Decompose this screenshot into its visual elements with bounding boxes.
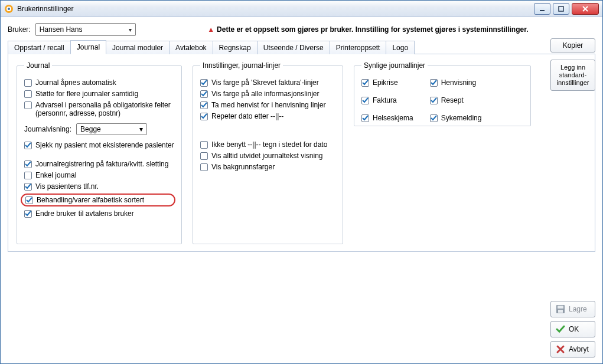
save-icon xyxy=(556,304,565,314)
check-henvisning[interactable]: Henvisning xyxy=(430,78,482,87)
tab-oppstart[interactable]: Oppstart / recall xyxy=(8,41,71,54)
chevron-down-icon: ▾ xyxy=(129,27,132,33)
journalvisning-select[interactable]: Begge ▾ xyxy=(76,123,147,135)
check-multi[interactable]: Støtte for flere journaler samtidig xyxy=(24,90,174,98)
check-helseskjema[interactable]: Helseskjema xyxy=(361,114,413,122)
tab-journal-moduler[interactable]: Journal moduler xyxy=(106,41,170,54)
warning-text: ▲Dette er et oppsett som gjøres pr bruke… xyxy=(141,25,595,34)
avbryt-button[interactable]: Avbryt xyxy=(550,341,595,358)
checkbox-icon xyxy=(200,163,208,171)
checkbox-icon xyxy=(200,101,208,109)
journalvisning-label: Journalvisning: xyxy=(24,125,71,133)
svg-rect-4 xyxy=(559,6,563,11)
group-journal: Journal Journal åpnes automatisk Støtte … xyxy=(17,61,182,244)
checkbox-icon xyxy=(361,79,369,87)
tab-logo[interactable]: Logo xyxy=(386,41,415,54)
tab-panel: Journal Journal åpnes automatisk Støtte … xyxy=(8,54,595,252)
kopier-button[interactable]: Kopier xyxy=(550,38,595,53)
user-select-value: Hansen Hans xyxy=(40,25,83,34)
svg-rect-7 xyxy=(558,310,563,313)
check-ikke-benytt[interactable]: Ikke benytt --||-- tegn i stedet for dat… xyxy=(200,140,335,149)
check-auto-open[interactable]: Journal åpnes automatisk xyxy=(24,78,174,87)
checkbox-icon xyxy=(24,90,32,98)
user-select[interactable]: Hansen Hans ▾ xyxy=(35,23,136,36)
checkbox-icon xyxy=(200,79,208,87)
footer-buttons: Lagre OK Avbryt xyxy=(550,301,595,358)
checkbox-icon xyxy=(25,196,33,204)
group-journal-legend: Journal xyxy=(24,61,52,70)
checkbox-icon xyxy=(24,101,32,109)
close-button[interactable] xyxy=(572,3,599,15)
check-henvist[interactable]: Ta med henvist for i henvisning linjer xyxy=(200,101,335,109)
check-sjekk[interactable]: Sjekk ny pasient mot eksisterende pasien… xyxy=(24,141,174,149)
check-sykemelding[interactable]: Sykemelding xyxy=(430,114,482,122)
checkbox-icon xyxy=(24,172,32,179)
side-buttons-col: Legg inn standard-innstillinger xyxy=(550,60,595,91)
window-frame: Brukerinnstillinger Bruker: Hansen Hans … xyxy=(0,0,603,364)
group-innstillinger: Innstillinger, journal-linjer Vis farge … xyxy=(193,61,343,244)
warning-icon: ▲ xyxy=(207,25,214,34)
app-icon xyxy=(4,4,14,14)
lagre-button[interactable]: Lagre xyxy=(550,301,595,317)
tabbar: Oppstart / recall Journal Journal module… xyxy=(8,40,595,54)
checkbox-icon xyxy=(361,97,369,104)
tab-printer[interactable]: Printeroppsett xyxy=(330,41,387,54)
check-tlf[interactable]: Vis pasientens tlf.nr. xyxy=(24,182,174,191)
content-area: Bruker: Hansen Hans ▾ ▲Dette er et oppse… xyxy=(1,17,602,363)
checkbox-icon xyxy=(430,97,438,104)
checkbox-icon xyxy=(200,113,208,120)
group-synlige-legend: Synlige journallinjer xyxy=(361,61,428,70)
group-innstillinger-legend: Innstillinger, journal-linjer xyxy=(200,61,283,70)
group-synlige: Synlige journallinjer Epikrise Faktura xyxy=(354,61,531,126)
check-reg[interactable]: Journalregistrering på faktura/kvitt. sl… xyxy=(24,160,174,168)
check-faktura[interactable]: Faktura xyxy=(361,96,413,104)
checkbox-icon xyxy=(24,142,32,149)
check-farge-info[interactable]: Vis farge på alle informasjonslinjer xyxy=(200,90,335,98)
check-enkel[interactable]: Enkel journal xyxy=(24,171,174,179)
window-title: Brukerinnstillinger xyxy=(17,5,532,13)
maximize-button[interactable] xyxy=(553,3,569,15)
checkbox-icon xyxy=(200,90,208,98)
tab-avtalebok[interactable]: Avtalebok xyxy=(169,41,213,54)
tab-regnskap[interactable]: Regnskap xyxy=(213,41,258,54)
checkbox-icon xyxy=(24,160,32,168)
checkbox-icon xyxy=(430,79,438,87)
check-resept[interactable]: Resept xyxy=(430,96,482,104)
check-epikrise[interactable]: Epikrise xyxy=(361,78,413,87)
checkbox-icon xyxy=(24,79,32,87)
journalvisning-row: Journalvisning: Begge ▾ xyxy=(24,123,174,135)
svg-point-2 xyxy=(8,8,10,10)
svg-rect-3 xyxy=(540,10,545,11)
check-endre[interactable]: Endre bruker til avtalens bruker xyxy=(24,209,174,218)
checkbox-icon xyxy=(430,114,438,122)
checkbox-icon xyxy=(24,210,32,218)
check-alfabetisk[interactable]: Behandling/varer alfabetisk sortert xyxy=(21,194,175,206)
svg-rect-6 xyxy=(558,306,563,309)
top-row: Bruker: Hansen Hans ▾ ▲Dette er et oppse… xyxy=(8,23,595,36)
ok-button[interactable]: OK xyxy=(550,321,595,337)
user-label: Bruker: xyxy=(8,25,31,34)
check-bakgrunn[interactable]: Vis bakgrunnsfarger xyxy=(200,163,335,171)
check-icon xyxy=(556,324,565,334)
chevron-down-icon: ▾ xyxy=(139,125,143,133)
cancel-icon xyxy=(556,345,565,354)
check-advarsel[interactable]: Advarsel i personalia på obligatoriske f… xyxy=(24,101,174,117)
tab-journal[interactable]: Journal xyxy=(70,40,106,54)
check-farge-faktura[interactable]: Vis farge på 'Skrevet faktura'-linjer xyxy=(200,78,335,87)
checkbox-icon xyxy=(361,114,369,122)
checkbox-icon xyxy=(200,141,208,149)
titlebar: Brukerinnstillinger xyxy=(1,1,602,17)
check-utvidet[interactable]: Vis alltid utvidet journaltekst visning xyxy=(200,152,335,160)
tab-utseende[interactable]: Utseende / Diverse xyxy=(257,41,330,54)
minimize-button[interactable] xyxy=(534,3,550,15)
checkbox-icon xyxy=(24,183,32,191)
checkbox-icon xyxy=(200,152,208,160)
check-repeter[interactable]: Repeter dato etter --||-- xyxy=(200,112,335,120)
legginn-button[interactable]: Legg inn standard-innstillinger xyxy=(550,60,595,91)
